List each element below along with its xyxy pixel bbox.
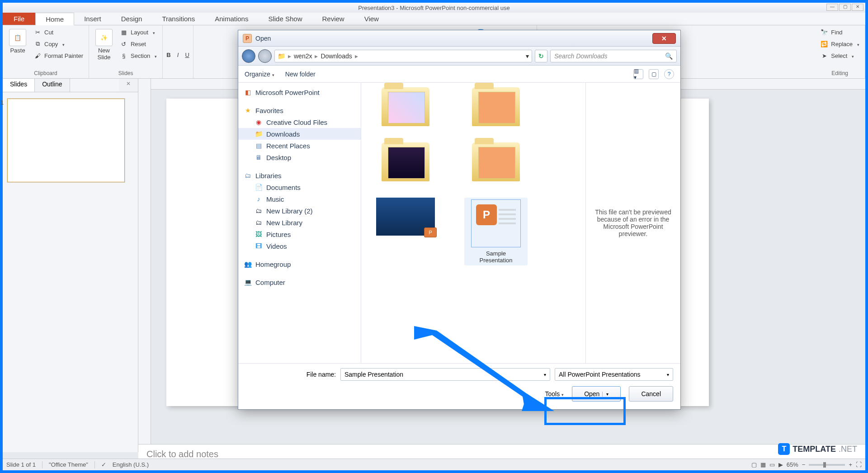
- view-reading-icon[interactable]: ▭: [769, 461, 775, 468]
- tree-desktop[interactable]: 🖥Desktop: [238, 151, 361, 163]
- tree-creative-cloud[interactable]: ◉Creative Cloud Files: [238, 116, 361, 128]
- tree-favorites[interactable]: ★Favorites: [238, 104, 361, 116]
- breadcrumb-seg-user[interactable]: wen2x: [294, 52, 312, 60]
- section-button[interactable]: §Section: [118, 51, 159, 61]
- nav-back-button[interactable]: [242, 49, 255, 63]
- tree-music[interactable]: ♪Music: [238, 193, 361, 205]
- file-item-module[interactable]: P: [374, 198, 437, 265]
- view-mode-button[interactable]: ▥ ▾: [633, 69, 643, 79]
- file-type-filter[interactable]: All PowerPoint Presentations ▾: [555, 368, 673, 381]
- slide-thumbnail-1[interactable]: 1: [7, 99, 125, 182]
- spellcheck-icon[interactable]: ✓: [101, 461, 106, 468]
- tree-videos[interactable]: 🎞Videos: [238, 240, 361, 252]
- close-panel-button[interactable]: ✕: [119, 79, 138, 92]
- tab-view[interactable]: View: [354, 13, 389, 25]
- find-button[interactable]: 🔭Find: [818, 27, 861, 37]
- tab-insert[interactable]: Insert: [74, 13, 111, 25]
- tab-transitions[interactable]: Transitions: [152, 13, 205, 25]
- tab-design[interactable]: Design: [111, 13, 152, 25]
- tree-new-library[interactable]: 🗂New Library: [238, 217, 361, 228]
- file-tab[interactable]: File: [3, 13, 35, 25]
- bold-button[interactable]: B: [166, 52, 170, 58]
- search-input[interactable]: Search Downloads 🔍: [550, 50, 677, 62]
- tab-animations[interactable]: Animations: [205, 13, 258, 25]
- view-slideshow-icon[interactable]: ▶: [778, 461, 783, 468]
- folder-item-4[interactable]: [464, 142, 528, 181]
- tree-music-label: Music: [266, 195, 284, 203]
- filename-dropdown[interactable]: ▾: [544, 372, 546, 377]
- preview-pane-button[interactable]: ▢: [649, 69, 659, 79]
- filename-value: Sample Presentation: [344, 371, 403, 378]
- folder-item-3[interactable]: [374, 142, 437, 181]
- tree-downloads[interactable]: 📁Downloads: [238, 128, 361, 140]
- italic-button[interactable]: I: [177, 52, 179, 58]
- tree-pictures[interactable]: 🖼Pictures: [238, 228, 361, 240]
- slides-tab[interactable]: Slides: [3, 79, 35, 92]
- music-icon: ♪: [255, 195, 263, 203]
- window-maximize-button[interactable]: ▢: [839, 4, 851, 11]
- window-minimize-button[interactable]: —: [826, 4, 838, 11]
- status-language[interactable]: English (U.S.): [113, 461, 149, 468]
- computer-icon: 💻: [244, 278, 252, 286]
- view-sorter-icon[interactable]: ▦: [760, 461, 766, 468]
- outline-tab[interactable]: Outline: [35, 79, 70, 92]
- slides-panel: Slides Outline ✕ 1: [3, 79, 138, 452]
- nav-forward-button[interactable]: [258, 49, 272, 63]
- file-item-sample-presentation[interactable]: P Sample Presentation: [464, 198, 528, 265]
- format-painter-button[interactable]: 🖌Format Painter: [32, 51, 85, 61]
- breadcrumb-seg-downloads[interactable]: Downloads: [321, 52, 352, 60]
- section-label: Section: [131, 52, 150, 59]
- tree-recent-places[interactable]: ▤Recent Places: [238, 140, 361, 151]
- clipboard-group-label: Clipboard: [6, 69, 85, 78]
- nav-tree: ◧Microsoft PowerPoint ★Favorites ◉Creati…: [238, 83, 361, 363]
- copy-button[interactable]: ⧉Copy: [32, 39, 85, 49]
- new-folder-button[interactable]: New folder: [285, 71, 316, 78]
- dialog-titlebar: P Open ✕: [238, 30, 680, 47]
- zoom-out-button[interactable]: −: [802, 461, 806, 468]
- zoom-in-button[interactable]: +: [849, 461, 852, 468]
- breadcrumb-dropdown[interactable]: ▾: [526, 52, 529, 60]
- tab-home[interactable]: Home: [35, 13, 74, 25]
- tab-review[interactable]: Review: [312, 13, 354, 25]
- folder-item-1[interactable]: [374, 87, 437, 126]
- zoom-slider[interactable]: [809, 464, 845, 466]
- breadcrumb[interactable]: 📁 ▸ wen2x ▸ Downloads ▸ ▾: [274, 50, 532, 62]
- underline-button[interactable]: U: [185, 52, 189, 58]
- tree-pictures-label: Pictures: [266, 231, 291, 238]
- tree-homegroup[interactable]: 👥Homegroup: [238, 258, 361, 270]
- tab-slide-show[interactable]: Slide Show: [258, 13, 312, 25]
- tree-new-library-label: New Library: [266, 219, 302, 227]
- reset-button[interactable]: ↺Reset: [118, 39, 159, 49]
- filename-input[interactable]: Sample Presentation ▾: [340, 368, 550, 381]
- paste-button[interactable]: 📋 Paste: [6, 27, 29, 56]
- tree-libraries[interactable]: 🗂Libraries: [238, 170, 361, 181]
- organize-button[interactable]: Organize: [245, 71, 274, 78]
- new-slide-button[interactable]: ✨ New Slide: [93, 27, 115, 62]
- tree-computer[interactable]: 💻Computer: [238, 276, 361, 288]
- tree-documents[interactable]: 📄Documents: [238, 181, 361, 193]
- dialog-close-button[interactable]: ✕: [652, 33, 676, 44]
- tools-button[interactable]: Tools: [545, 390, 564, 397]
- open-button[interactable]: Open ▾: [572, 386, 621, 402]
- replace-button[interactable]: 🔁Replace: [818, 39, 861, 49]
- tree-new-library-2[interactable]: 🗂New Library (2): [238, 205, 361, 217]
- folder-icon: 📁: [255, 130, 263, 138]
- cut-button[interactable]: ✂Cut: [32, 27, 85, 37]
- tree-ms-powerpoint[interactable]: ◧Microsoft PowerPoint: [238, 86, 361, 98]
- copy-icon: ⧉: [33, 40, 42, 48]
- layout-button[interactable]: ▦Layout: [118, 27, 159, 37]
- window-close-button[interactable]: ✕: [852, 4, 863, 11]
- folder-item-2[interactable]: [464, 87, 528, 126]
- vertical-ruler: [138, 79, 151, 452]
- fit-to-window-button[interactable]: ⛶: [856, 461, 862, 468]
- zoom-level[interactable]: 65%: [787, 461, 798, 468]
- view-normal-icon[interactable]: ▢: [751, 461, 757, 468]
- cancel-button[interactable]: Cancel: [629, 386, 673, 402]
- select-button[interactable]: ➤Select: [818, 51, 861, 61]
- tree-videos-label: Videos: [266, 242, 287, 250]
- file-list[interactable]: P P Sample Presentation: [361, 83, 585, 363]
- help-icon[interactable]: ?: [664, 69, 674, 79]
- refresh-button[interactable]: ↻: [535, 50, 547, 62]
- open-split-dropdown[interactable]: ▾: [602, 392, 609, 397]
- window-titlebar: Presentation3 - Microsoft PowerPoint non…: [3, 3, 865, 13]
